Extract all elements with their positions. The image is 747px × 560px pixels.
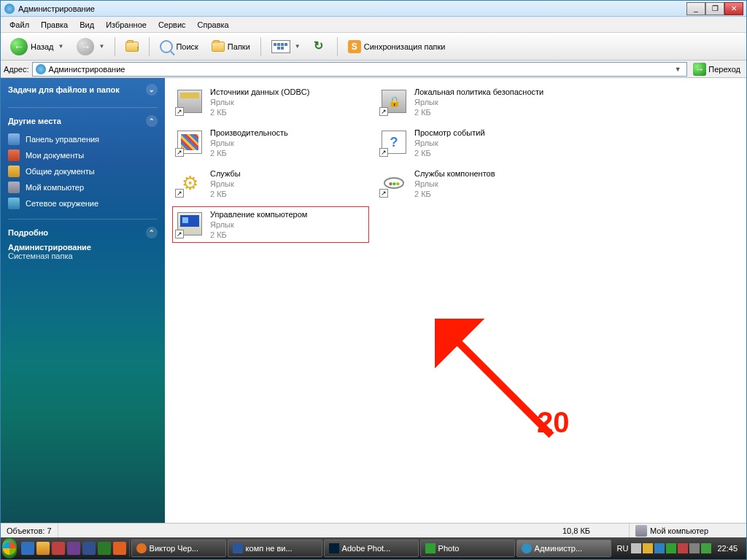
menu-help[interactable]: Справка <box>192 18 235 31</box>
item-title: Службы <box>210 168 241 179</box>
sidebar-details-header[interactable]: Подробно ⌃ <box>8 227 158 238</box>
go-button[interactable]: → Переход <box>690 61 743 77</box>
forward-button[interactable]: → ▼ <box>71 34 109 59</box>
toolbar: ← Назад ▼ → ▼ ↑ Поиск Папки ▼ <box>1 33 746 61</box>
ql-app-icon[interactable] <box>82 542 96 555</box>
sidebar-item-label: Общие документы <box>26 167 95 176</box>
ql-media-icon[interactable] <box>52 542 65 555</box>
refresh-icon <box>314 40 327 53</box>
close-button[interactable]: ✕ <box>724 2 743 15</box>
item-title: Источники данных (ODBC) <box>210 87 309 97</box>
clock[interactable]: 22:45 <box>714 544 740 553</box>
up-button[interactable]: ↑ <box>120 38 144 55</box>
task-label: Виктор Чер... <box>150 544 198 553</box>
performance-icon: ↗ <box>175 128 204 157</box>
tray-icon[interactable] <box>643 543 653 553</box>
tray-icon[interactable] <box>666 543 676 553</box>
dropdown-icon[interactable]: ▼ <box>98 43 104 50</box>
event-viewer-icon: ?↗ <box>379 128 409 157</box>
separator <box>337 37 338 56</box>
system-tray: RU 22:45 <box>613 543 745 553</box>
tray-icon[interactable] <box>631 543 641 553</box>
photoshop-icon <box>329 543 339 553</box>
item-odbc[interactable]: ↗ Источники данных (ODBC)Ярлык2 КБ <box>172 84 369 120</box>
gear-icon <box>36 64 46 74</box>
content-area[interactable]: ↗ Источники данных (ODBC)Ярлык2 КБ ↗ Лок… <box>165 78 746 523</box>
item-computer-management[interactable]: ↗ Управление компьютеромЯрлык2 КБ <box>172 206 369 243</box>
task-word[interactable]: комп не ви... <box>228 540 322 557</box>
task-label: Adobe Phot... <box>342 544 391 553</box>
svg-line-0 <box>449 333 551 435</box>
shortcut-icon: ↗ <box>379 107 388 116</box>
go-arrow-icon: → <box>693 63 706 76</box>
search-button[interactable]: Поиск <box>155 36 203 57</box>
start-button[interactable] <box>2 538 17 559</box>
dropdown-icon[interactable]: ▼ <box>295 43 301 50</box>
sidebar-item-network[interactable]: Сетевое окружение <box>8 195 158 211</box>
ql-ie-icon[interactable] <box>21 542 34 555</box>
details-subtitle: Системная папка <box>8 252 158 260</box>
dropdown-icon[interactable]: ▼ <box>58 43 64 50</box>
app-icon <box>4 3 15 15</box>
address-dropdown-icon[interactable]: ▼ <box>672 66 684 73</box>
item-security-policy[interactable]: ↗ Локальная политика безопасностиЯрлык2 … <box>376 84 573 120</box>
ql-app-icon[interactable] <box>113 542 126 555</box>
views-button[interactable]: ▼ <box>266 36 306 57</box>
task-label: Администр... <box>535 544 583 553</box>
chevron-up-icon[interactable]: ⌃ <box>146 227 158 238</box>
item-performance[interactable]: ↗ ПроизводительностьЯрлык2 КБ <box>172 125 369 161</box>
language-indicator[interactable]: RU <box>617 544 629 553</box>
security-policy-icon: ↗ <box>379 87 409 116</box>
back-button[interactable]: ← Назад ▼ <box>5 34 69 59</box>
sync-icon: S <box>348 40 361 53</box>
sync-button[interactable]: S Синхронизация папки <box>343 36 451 57</box>
shared-docs-icon <box>8 166 20 177</box>
status-location: Мой компьютер <box>630 524 746 537</box>
quick-launch <box>18 540 130 557</box>
sidebar-tasks-header[interactable]: Задачи для файлов и папок ⌄ <box>8 84 158 96</box>
menu-view[interactable]: Вид <box>74 18 100 31</box>
menu-tools[interactable]: Сервис <box>152 18 192 31</box>
sidebar-item-shared-documents[interactable]: Общие документы <box>8 163 158 179</box>
minimize-button[interactable]: _ <box>686 2 705 15</box>
folders-button[interactable]: Папки <box>206 38 255 55</box>
item-services[interactable]: ⚙↗ СлужбыЯрлык2 КБ <box>172 166 369 202</box>
task-photo[interactable]: Photo <box>420 540 515 557</box>
chevron-up-icon[interactable]: ⌃ <box>146 115 158 127</box>
sidebar-item-control-panel[interactable]: Панель управления <box>8 131 158 147</box>
ql-app-icon[interactable] <box>98 542 111 555</box>
tray-icon[interactable] <box>689 543 700 553</box>
maximize-button[interactable]: ❐ <box>705 2 724 15</box>
refresh-button[interactable] <box>309 36 332 57</box>
sidebar-item-my-documents[interactable]: Мои документы <box>8 147 158 163</box>
forward-icon: → <box>77 38 94 55</box>
titlebar[interactable]: Администрирование _ ❐ ✕ <box>1 1 746 17</box>
gear-icon <box>522 543 532 553</box>
task-photoshop[interactable]: Adobe Phot... <box>324 540 419 557</box>
tray-battery-icon[interactable] <box>701 543 711 553</box>
sidebar-places-section: Другие места ⌃ Панель управления Мои док… <box>8 115 158 219</box>
sidebar-places-header[interactable]: Другие места ⌃ <box>8 115 158 127</box>
item-event-viewer[interactable]: ?↗ Просмотр событийЯрлык2 КБ <box>376 125 573 161</box>
tray-icon[interactable] <box>654 543 665 553</box>
task-admin[interactable]: Администр... <box>516 540 611 557</box>
item-component-services[interactable]: ↗ Службы компонентовЯрлык2 КБ <box>376 166 573 202</box>
tray-icon[interactable] <box>678 543 688 553</box>
component-services-icon: ↗ <box>379 168 409 198</box>
address-field[interactable]: Администрирование ▼ <box>32 62 688 77</box>
sidebar-item-my-computer[interactable]: Мой компьютер <box>8 179 158 195</box>
sidebar-item-label: Мой компьютер <box>26 183 84 192</box>
menu-file[interactable]: Файл <box>4 18 35 31</box>
separator <box>115 37 115 56</box>
address-label: Адрес: <box>4 65 29 74</box>
menu-favorites[interactable]: Избранное <box>100 18 152 31</box>
task-firefox[interactable]: Виктор Чер... <box>131 540 226 557</box>
ql-app-icon[interactable] <box>67 542 80 555</box>
ql-explorer-icon[interactable] <box>36 542 50 555</box>
chevron-down-icon[interactable]: ⌄ <box>146 84 158 96</box>
item-type: Ярлык <box>210 97 309 107</box>
sidebar-details-content: Администрирование Системная папка <box>8 243 158 260</box>
menu-edit[interactable]: Правка <box>35 18 74 31</box>
computer-management-icon: ↗ <box>175 209 204 238</box>
item-type: Ярлык <box>414 138 485 148</box>
